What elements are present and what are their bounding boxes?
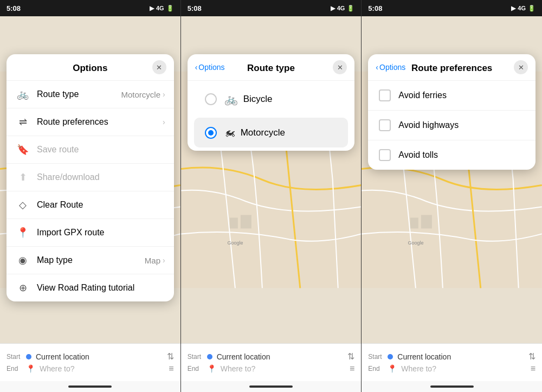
clear-route-label: Clear Route — [37, 200, 165, 210]
home-bar-3 — [430, 385, 474, 388]
panel-options: 5:08 ▶ 4G 🔋 Google — [0, 0, 181, 392]
import-gpx-label: Import GPX route — [37, 228, 165, 237]
status-time-2: 5:08 — [188, 4, 202, 12]
home-bar-2 — [249, 385, 293, 388]
home-indicator-1 — [0, 381, 180, 392]
avoid-highways-checkbox[interactable] — [379, 119, 391, 131]
location-dot-1 — [26, 354, 31, 359]
where-to-2[interactable]: Where to? — [221, 364, 345, 373]
map-type-label: Map type — [37, 255, 145, 265]
svg-text:Google: Google — [227, 240, 243, 246]
battery-1: 🔋 — [166, 5, 174, 12]
bottom-bar-2: Start Current location ⇅ End 📍 Where to?… — [181, 343, 362, 381]
status-bar-3: 5:08 ▶ 4G 🔋 — [362, 0, 542, 16]
route-icon-1: ⇅ — [167, 351, 174, 362]
where-to-1[interactable]: Where to? — [40, 364, 164, 373]
status-time-3: 5:08 — [368, 4, 382, 12]
save-route-label: Save route — [37, 145, 165, 155]
import-gpx-icon: 📍 — [15, 227, 30, 239]
avoid-ferries-item[interactable]: Avoid ferries — [368, 81, 535, 111]
map-background-1: Google Options ✕ 🚲 Route type Motorcycle… — [0, 16, 180, 343]
end-row-3: End 📍 Where to? ≡ — [368, 364, 535, 374]
where-to-3[interactable]: Where to? — [401, 364, 526, 373]
menu-map-type[interactable]: ◉ Map type Map › — [7, 247, 174, 274]
avoid-tolls-checkbox[interactable] — [379, 149, 391, 161]
map-type-value: Map — [145, 256, 160, 265]
status-icons-2: ▶ 4G 🔋 — [331, 5, 355, 12]
map-background-3: Google ‹ Options Route preferences ✕ Avo… — [362, 16, 542, 343]
status-bar-2: 5:08 ▶ 4G 🔋 — [181, 0, 362, 16]
options-modal-title: Options — [73, 63, 107, 74]
road-rating-label: View Road Rating tutorial — [37, 283, 165, 293]
current-location-1: Current location — [36, 352, 163, 361]
route-prefs-close-button[interactable]: ✕ — [514, 60, 528, 74]
menu-route-prefs[interactable]: ⇌ Route preferences › — [7, 108, 174, 136]
bicycle-label: Bicycle — [243, 94, 273, 105]
status-time-1: 5:08 — [7, 4, 21, 12]
back-label-2: Options — [198, 63, 224, 72]
route-type-icon: 🚲 — [15, 88, 30, 100]
screen-container: 5:08 ▶ 4G 🔋 Google — [0, 0, 542, 392]
location-icon-2: ▶ — [331, 5, 335, 12]
location-icon-1: ▶ — [150, 5, 154, 12]
svg-rect-10 — [410, 217, 418, 228]
motorcycle-radio[interactable] — [205, 127, 217, 139]
current-location-2: Current location — [217, 352, 344, 361]
menu-icon-1: ≡ — [169, 364, 173, 374]
location-dot-3 — [388, 354, 393, 359]
route-type-back-button[interactable]: ‹ Options — [195, 63, 225, 72]
bicycle-option[interactable]: 🚲 Bicycle — [194, 84, 349, 114]
route-type-chevron: › — [163, 90, 165, 99]
route-type-label: Route type — [37, 89, 121, 99]
end-label-1: End — [7, 365, 22, 372]
signal-2: 4G — [337, 5, 345, 11]
signal-3: 4G — [518, 5, 526, 11]
avoid-highways-item[interactable]: Avoid highways — [368, 111, 535, 140]
route-prefs-chevron: › — [163, 118, 165, 126]
back-label-3: Options — [379, 63, 405, 72]
menu-import-gpx[interactable]: 📍 Import GPX route — [7, 219, 174, 247]
end-row-2: End 📍 Where to? ≡ — [188, 364, 355, 374]
map-type-chevron: › — [163, 256, 165, 265]
avoid-tolls-item[interactable]: Avoid tolls — [368, 140, 535, 170]
signal-1: 4G — [156, 5, 164, 11]
current-location-3: Current location — [397, 352, 524, 361]
map-type-icon: ◉ — [15, 254, 30, 266]
bottom-bar-1: Start Current location ⇅ End 📍 Where to?… — [0, 343, 180, 381]
clear-route-icon: ◇ — [15, 199, 30, 211]
bicycle-icon: 🚲 — [224, 93, 238, 106]
menu-save-route: 🔖 Save route — [7, 136, 174, 164]
route-prefs-back-button[interactable]: ‹ Options — [376, 63, 405, 72]
menu-icon-3: ≡ — [531, 364, 535, 374]
back-chevron-2: ‹ — [195, 63, 198, 72]
end-label-2: End — [188, 365, 203, 372]
avoid-ferries-checkbox[interactable] — [379, 89, 391, 101]
start-label-2: Start — [188, 353, 203, 361]
menu-road-rating[interactable]: ⊕ View Road Rating tutorial — [7, 274, 174, 301]
home-indicator-3 — [362, 381, 542, 392]
motorcycle-icon: 🏍 — [224, 126, 235, 139]
options-close-button[interactable]: ✕ — [152, 60, 166, 74]
avoid-tolls-label: Avoid tolls — [398, 150, 438, 160]
options-modal: Options ✕ 🚲 Route type Motorcycle › ⇌ Ro… — [7, 54, 174, 301]
motorcycle-option[interactable]: 🏍 Motorcycle — [194, 118, 349, 147]
bicycle-radio[interactable] — [205, 93, 217, 105]
end-row-1: End 📍 Where to? ≡ — [7, 364, 174, 374]
destination-pin-3: 📍 — [388, 364, 397, 373]
menu-route-type[interactable]: 🚲 Route type Motorcycle › — [7, 81, 174, 108]
route-prefs-icon: ⇌ — [15, 116, 30, 128]
route-type-value: Motorcycle — [121, 90, 160, 99]
route-type-close-button[interactable]: ✕ — [333, 60, 347, 74]
destination-pin-1: 📍 — [26, 364, 35, 373]
svg-rect-11 — [421, 215, 432, 228]
status-icons-1: ▶ 4G 🔋 — [150, 5, 174, 12]
menu-share-download: ⬆ Share/download — [7, 164, 174, 191]
destination-pin-2: 📍 — [207, 364, 216, 373]
map-background-2: Google ‹ Options Route type ✕ 🚲 Bicycle — [181, 16, 362, 343]
menu-clear-route[interactable]: ◇ Clear Route — [7, 191, 174, 219]
back-chevron-3: ‹ — [376, 63, 378, 72]
route-type-modal-header: ‹ Options Route type ✕ — [188, 54, 355, 81]
svg-text:Google: Google — [408, 240, 424, 246]
end-label-3: End — [368, 365, 383, 372]
status-icons-3: ▶ 4G 🔋 — [511, 5, 535, 12]
